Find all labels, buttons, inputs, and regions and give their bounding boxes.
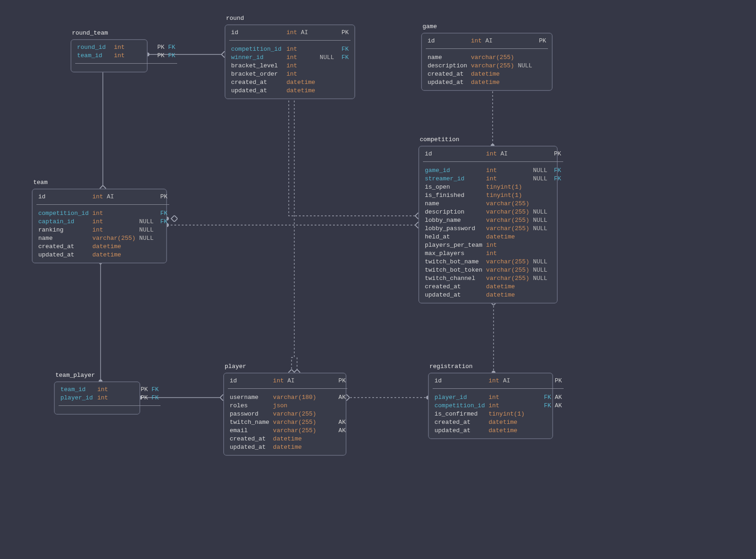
column-null: NULL	[531, 166, 549, 174]
column-key: FK	[155, 209, 169, 217]
column-row[interactable]: bracket_orderint	[229, 70, 351, 78]
column-row[interactable]: updated_atdatetime	[36, 250, 169, 259]
column-row[interactable]: team_idintPK FK	[75, 51, 177, 59]
column-name: lobby_name	[423, 216, 484, 224]
column-row[interactable]: created_atdatetime	[433, 418, 564, 426]
column-key: PK	[336, 28, 351, 36]
table-title: registration	[429, 363, 473, 370]
table-team_player[interactable]: team_playerteam_idintPK FKplayer_idintPK…	[54, 381, 140, 415]
column-row[interactable]: competition_idintFK AK	[433, 401, 564, 410]
column-key: PK	[549, 149, 563, 158]
column-null	[531, 291, 549, 299]
column-key	[542, 418, 564, 426]
column-row[interactable]: created_atdatetime	[423, 282, 563, 291]
column-row[interactable]: streamer_idintNULLFK	[423, 174, 563, 183]
column-row[interactable]: players_per_teamint	[423, 241, 563, 249]
column-row[interactable]: rolesjson	[228, 401, 347, 410]
column-row[interactable]: competition_idintFK	[229, 45, 351, 53]
table-round_team[interactable]: round_teamround_idintPK FKteam_idintPK F…	[71, 39, 148, 72]
column-type: datetime	[469, 70, 516, 78]
column-null	[516, 70, 534, 78]
table-round[interactable]: roundidint AIPKcompetition_idintFKwinner…	[225, 24, 355, 99]
column-type: datetime	[484, 282, 531, 291]
table-rows: idint AIPKcompetition_idintFKcaptain_idi…	[36, 192, 169, 259]
column-row[interactable]: namevarchar(255)	[423, 199, 563, 208]
column-row[interactable]: created_atdatetime	[229, 78, 351, 86]
column-row[interactable]: idint AIPK	[426, 36, 548, 45]
column-name: description	[426, 61, 469, 70]
column-row[interactable]: twitch_bot_namevarchar(255)NULL	[423, 257, 563, 266]
column-name: competition_id	[36, 209, 90, 217]
column-row[interactable]: usernamevarchar(180)AK	[228, 393, 347, 401]
column-type: varchar(255)	[271, 418, 318, 426]
table-player[interactable]: playeridint AIPKusernamevarchar(180)AKro…	[223, 373, 346, 456]
column-key	[155, 234, 169, 242]
column-type: int AI	[484, 149, 531, 158]
column-null: NULL	[516, 61, 534, 70]
column-row[interactable]: winner_idintNULLFK	[229, 53, 351, 61]
column-row[interactable]: namevarchar(255)	[426, 53, 548, 61]
column-row[interactable]: game_idintNULLFK	[423, 166, 563, 174]
column-row[interactable]: idint AIPK	[228, 376, 347, 385]
column-row[interactable]: captain_idintNULLFK	[36, 217, 169, 226]
column-null	[318, 418, 333, 426]
column-row[interactable]: bracket_levelint	[229, 61, 351, 70]
column-row[interactable]: updated_atdatetime	[433, 426, 564, 434]
column-type: datetime	[487, 426, 526, 434]
column-type: varchar(255)	[469, 61, 516, 70]
column-row[interactable]: held_atdatetime	[423, 232, 563, 241]
table-rows: idint AIPKgame_idintNULLFKstreamer_idint…	[423, 149, 563, 299]
column-row[interactable]: updated_atdatetime	[423, 291, 563, 299]
column-row[interactable]: lobby_passwordvarchar(255)NULL	[423, 224, 563, 232]
column-row[interactable]: passwordvarchar(255)	[228, 410, 347, 418]
column-row[interactable]: updated_atdatetime	[228, 443, 347, 451]
column-row[interactable]: updated_atdatetime	[229, 86, 351, 95]
column-row[interactable]: namevarchar(255)NULL	[36, 234, 169, 242]
column-row[interactable]: is_confirmedtinyint(1)	[433, 410, 564, 418]
column-row[interactable]: idint AIPK	[433, 376, 564, 385]
column-row[interactable]: idint AIPK	[423, 149, 563, 158]
column-row[interactable]: player_idintPK FK	[59, 393, 161, 402]
column-null: NULL	[531, 216, 549, 224]
column-row[interactable]: descriptionvarchar(255)NULL	[423, 208, 563, 216]
column-null	[318, 426, 333, 434]
column-row[interactable]: updated_atdatetime	[426, 78, 548, 86]
table-competition[interactable]: competitionidint AIPKgame_idintNULLFKstr…	[418, 146, 558, 303]
table-registration[interactable]: registrationidint AIPKplayer_idintFK AKc…	[428, 373, 553, 439]
column-row[interactable]: player_idintFK AK	[433, 393, 564, 401]
table-game[interactable]: gameidint AIPKnamevarchar(255)descriptio…	[421, 33, 553, 91]
column-row[interactable]: is_finishedtinyint(1)	[423, 191, 563, 199]
column-row[interactable]: twitch_channelvarchar(255)NULL	[423, 274, 563, 282]
column-type: varchar(180)	[271, 393, 318, 401]
column-null: NULL	[137, 226, 155, 234]
column-name: updated_at	[36, 250, 90, 259]
column-null	[318, 70, 336, 78]
column-row[interactable]: idint AIPK	[229, 28, 351, 36]
column-row[interactable]: competition_idintFK	[36, 209, 169, 217]
column-key: FK	[336, 45, 351, 53]
column-row[interactable]: descriptionvarchar(255)NULL	[426, 61, 548, 70]
column-null	[318, 61, 336, 70]
column-null: NULL	[531, 274, 549, 282]
column-null	[140, 43, 155, 51]
column-key: FK	[336, 53, 351, 61]
column-row[interactable]: max_playersint	[423, 249, 563, 257]
column-name: is_open	[423, 183, 484, 191]
erd-canvas[interactable]: { "tables": { "round_team": { "title": "…	[0, 0, 756, 559]
column-row[interactable]: created_atdatetime	[426, 70, 548, 78]
column-row[interactable]: team_idintPK FK	[59, 385, 161, 393]
column-key: PK	[542, 376, 564, 385]
table-team[interactable]: teamidint AIPKcompetition_idintFKcaptain…	[32, 189, 167, 263]
column-row[interactable]: lobby_namevarchar(255)NULL	[423, 216, 563, 224]
column-row[interactable]: created_atdatetime	[36, 242, 169, 250]
column-row[interactable]: is_opentinyint(1)	[423, 183, 563, 191]
column-row[interactable]: created_atdatetime	[228, 434, 347, 443]
column-row[interactable]: emailvarchar(255)AK	[228, 426, 347, 434]
column-name: game_id	[423, 166, 484, 174]
column-row[interactable]: twitch_bot_tokenvarchar(255)NULL	[423, 266, 563, 274]
column-key	[336, 78, 351, 86]
column-row[interactable]: rankingintNULL	[36, 226, 169, 234]
column-row[interactable]: round_idintPK FK	[75, 43, 177, 51]
column-row[interactable]: idint AIPK	[36, 192, 169, 201]
column-row[interactable]: twitch_namevarchar(255)AK	[228, 418, 347, 426]
